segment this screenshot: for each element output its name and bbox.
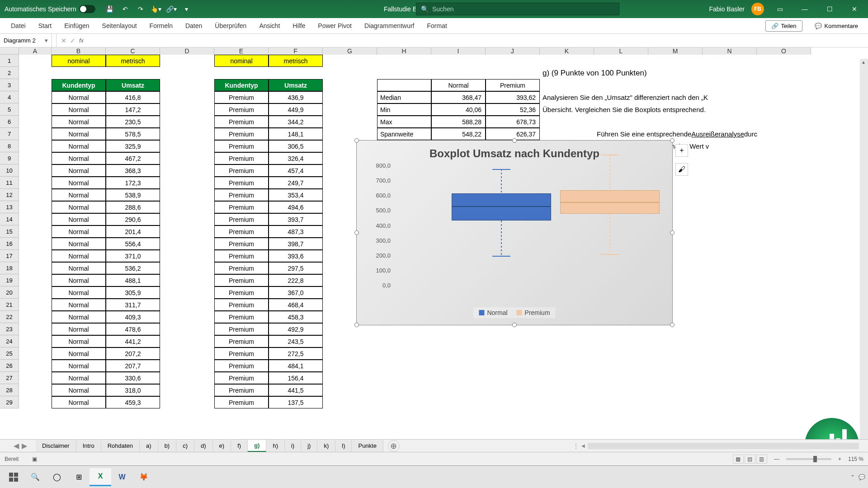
row-header-1[interactable]: 1	[0, 55, 19, 67]
cell-f1[interactable]: metrisch	[269, 55, 323, 67]
chart-handle-tl[interactable]	[354, 138, 359, 143]
row-header-21[interactable]: 21	[0, 299, 19, 311]
sheet-tab-g)[interactable]: g)	[248, 440, 266, 452]
cell-c7[interactable]: 578,5	[106, 128, 160, 140]
share-button[interactable]: 🔗 Teilen	[765, 20, 802, 32]
chart-handle-mr[interactable]	[670, 230, 675, 235]
cell-e29[interactable]: Premium	[214, 396, 269, 408]
cell-f4[interactable]: 436,9	[269, 91, 323, 103]
cell-e10[interactable]: Premium	[214, 164, 269, 177]
cell-b1[interactable]: nominal	[52, 55, 106, 67]
cell-h7[interactable]: Spannweite	[377, 128, 431, 140]
cell-f22[interactable]: 458,3	[269, 311, 323, 323]
cell-b16[interactable]: Normal	[52, 238, 106, 250]
cell-c14[interactable]: 290,6	[106, 213, 160, 225]
cell-c23[interactable]: 478,6	[106, 323, 160, 335]
cell-c11[interactable]: 172,3	[106, 177, 160, 189]
touch-icon[interactable]: 👆▾	[151, 4, 161, 14]
col-header-C[interactable]: C	[106, 47, 160, 55]
cell-b10[interactable]: Normal	[52, 164, 106, 177]
col-header-E[interactable]: E	[214, 47, 269, 55]
cell-c13[interactable]: 288,6	[106, 201, 160, 213]
taskbar-search-icon[interactable]: 🔍	[24, 468, 46, 486]
cell-f5[interactable]: 449,9	[269, 103, 323, 116]
cell-e25[interactable]: Premium	[214, 347, 269, 360]
cell-h4[interactable]: Median	[377, 91, 431, 103]
row-header-7[interactable]: 7	[0, 128, 19, 140]
cell-e19[interactable]: Premium	[214, 274, 269, 286]
col-header-F[interactable]: F	[269, 47, 323, 55]
cell-h6[interactable]: Max	[377, 116, 431, 128]
sheet-tab-i)[interactable]: i)	[285, 440, 301, 452]
cell-e28[interactable]: Premium	[214, 384, 269, 396]
chart-handle-br[interactable]	[670, 323, 675, 327]
row-header-5[interactable]: 5	[0, 103, 19, 116]
cell-c18[interactable]: 536,2	[106, 262, 160, 274]
cell-f21[interactable]: 468,4	[269, 299, 323, 311]
record-macro-icon[interactable]: ▣	[32, 456, 37, 462]
cell-c27[interactable]: 330,6	[106, 372, 160, 384]
notes-p1b[interactable]: Übersicht. Vergleichen Sie die Boxplots …	[540, 103, 856, 116]
sheet-tab-Disclaimer[interactable]: Disclaimer	[36, 440, 76, 452]
cell-b15[interactable]: Normal	[52, 225, 106, 238]
cell-e24[interactable]: Premium	[214, 335, 269, 347]
cell-f26[interactable]: 484,1	[269, 360, 323, 372]
cell-e5[interactable]: Premium	[214, 103, 269, 116]
horizontal-scrollbar[interactable]	[588, 443, 859, 449]
tab-einfuegen[interactable]: Einfügen	[58, 18, 95, 34]
cell-i6[interactable]: 588,28	[431, 116, 486, 128]
row-header-6[interactable]: 6	[0, 116, 19, 128]
cell-j3[interactable]: Premium	[486, 79, 540, 91]
col-header-N[interactable]: N	[703, 47, 757, 55]
sheet-nav-next-icon[interactable]: ▶	[22, 441, 29, 450]
cell-f14[interactable]: 393,7	[269, 213, 323, 225]
row-header-4[interactable]: 4	[0, 91, 19, 103]
col-header-A[interactable]: A	[19, 47, 52, 55]
cell-e20[interactable]: Premium	[214, 286, 269, 299]
cell-c9[interactable]: 467,2	[106, 152, 160, 164]
cell-f16[interactable]: 398,7	[269, 238, 323, 250]
view-normal-icon[interactable]: ▦	[733, 455, 744, 464]
cell-e1[interactable]: nominal	[214, 55, 269, 67]
sheet-nav-prev-icon[interactable]: ◀	[14, 441, 21, 450]
taskbar-cortana-icon[interactable]: ◯	[46, 468, 68, 486]
link-icon[interactable]: 🔗▾	[166, 4, 177, 14]
zoom-out-icon[interactable]: —	[774, 456, 779, 462]
cell-e21[interactable]: Premium	[214, 299, 269, 311]
row-header-27[interactable]: 27	[0, 372, 19, 384]
sheet-tab-k)[interactable]: k)	[317, 440, 335, 452]
fx-icon[interactable]: fx	[79, 37, 84, 44]
ribbon-display-icon[interactable]: ▭	[771, 0, 789, 18]
row-header-28[interactable]: 28	[0, 384, 19, 396]
cell-f12[interactable]: 353,4	[269, 189, 323, 201]
row-header-10[interactable]: 10	[0, 164, 19, 177]
cell-b4[interactable]: Normal	[52, 91, 106, 103]
col-header-B[interactable]: B	[52, 47, 106, 55]
col-header-G[interactable]: G	[323, 47, 377, 55]
chart-handle-bl[interactable]	[354, 323, 359, 327]
cell-f13[interactable]: 494,6	[269, 201, 323, 213]
cell-b26[interactable]: Normal	[52, 360, 106, 372]
cell-c12[interactable]: 538,9	[106, 189, 160, 201]
namebox-dropdown-icon[interactable]: ▾	[45, 37, 48, 44]
taskbar-taskview-icon[interactable]: ⊞	[68, 468, 90, 486]
save-icon[interactable]: 💾	[104, 4, 115, 14]
cell-c29[interactable]: 459,3	[106, 396, 160, 408]
cell-e3[interactable]: Kundentyp	[214, 79, 269, 91]
row-header-16[interactable]: 16	[0, 238, 19, 250]
zoom-in-icon[interactable]: +	[838, 456, 841, 462]
cell-b5[interactable]: Normal	[52, 103, 106, 116]
cell-b18[interactable]: Normal	[52, 262, 106, 274]
tab-powerpivot[interactable]: Power Pivot	[311, 18, 358, 34]
qat-more-icon[interactable]: ▾	[181, 4, 192, 14]
taskbar-word-icon[interactable]: W	[111, 468, 133, 486]
col-header-O[interactable]: O	[757, 47, 811, 55]
cell-b23[interactable]: Normal	[52, 323, 106, 335]
cell-f29[interactable]: 137,5	[269, 396, 323, 408]
view-pagelayout-icon[interactable]: ▤	[745, 455, 755, 464]
cell-b22[interactable]: Normal	[52, 311, 106, 323]
tab-daten[interactable]: Daten	[179, 18, 208, 34]
cell-e22[interactable]: Premium	[214, 311, 269, 323]
sheet-tab-b)[interactable]: b)	[158, 440, 177, 452]
cell-c24[interactable]: 441,2	[106, 335, 160, 347]
